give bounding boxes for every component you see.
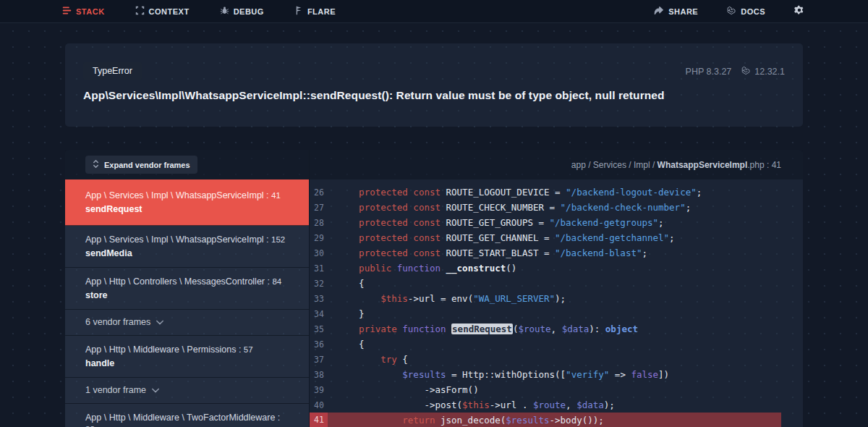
code-text: } xyxy=(328,308,365,319)
vendor-frames-toggle[interactable]: 6 vendor frames xyxy=(65,310,309,336)
line-number: 27 xyxy=(310,203,328,213)
line-number: 29 xyxy=(310,233,328,243)
code-text: protected const ROUTE_GET_CHANNEL = "/ba… xyxy=(328,232,675,243)
settings-button[interactable] xyxy=(794,5,804,18)
tab-label: FLARE xyxy=(307,7,336,16)
code-line: 27 protected const ROUTE_CHECK_NUMBER = … xyxy=(310,200,781,215)
frame-class-path: App \ Http \ Middleware \ Permissions : … xyxy=(85,344,289,355)
bug-icon xyxy=(220,6,229,17)
code-text: public function __construct() xyxy=(328,263,516,274)
error-message: App\Services\Impl\WhatsappServiceImpl::s… xyxy=(83,89,785,102)
tab-label: STACK xyxy=(76,7,105,16)
line-number: 40 xyxy=(310,400,328,410)
stack-frame[interactable]: App \ Http \ Middleware \ Permissions : … xyxy=(65,336,309,378)
frame-class-path: App \ Services \ Impl \ WhatsappServiceI… xyxy=(85,234,289,245)
unfold-icon xyxy=(93,160,99,169)
error-type-badge: TypeError xyxy=(83,62,142,80)
stack-trace-icon xyxy=(62,6,72,17)
code-line: 38 $results = Http::withOptions(["verify… xyxy=(310,367,781,382)
nav-left-group: STACK CONTEXT DEBUG FLARE xyxy=(62,6,336,17)
code-line: 39 ->asForm() xyxy=(310,382,781,397)
line-number: 35 xyxy=(310,324,328,334)
line-number: 28 xyxy=(310,218,328,228)
share-label: SHARE xyxy=(668,7,698,16)
code-line: 30 protected const ROUTE_START_BLAST = "… xyxy=(310,245,781,261)
line-number: 26 xyxy=(310,187,328,198)
tab-flare[interactable]: FLARE xyxy=(294,6,336,17)
context-brackets-icon xyxy=(135,6,145,17)
sidebar-header: Expand vendor frames xyxy=(65,150,309,179)
share-arrow-icon xyxy=(654,7,664,17)
expand-vendor-frames-button[interactable]: Expand vendor frames xyxy=(85,156,197,174)
flare-package-version: 12.32.1 xyxy=(741,66,785,77)
code-line: 26 protected const ROUTE_LOGOUT_DEVICE =… xyxy=(310,185,781,200)
code-line: 31 public function __construct() xyxy=(310,261,781,276)
code-line: 37 try { xyxy=(310,352,781,367)
line-number: 39 xyxy=(310,385,328,395)
php-version: PHP 8.3.27 xyxy=(686,67,732,77)
flare-flag-icon xyxy=(294,6,303,17)
code-line: 40 ->post($this->url . $route, $data); xyxy=(310,397,781,413)
code-text: $this->url = env("WA_URL_SERVER"); xyxy=(328,293,566,304)
code-text: return json_decode($results->body()); xyxy=(328,415,604,426)
file-name: WhatsappServiceImpl xyxy=(658,160,748,170)
docs-label: DOCS xyxy=(741,7,765,16)
frame-method-name: sendMedia xyxy=(85,248,289,259)
code-panel-header: app / Services / Impl / WhatsappServiceI… xyxy=(310,150,803,179)
open-file-path[interactable]: app / Services / Impl / WhatsappServiceI… xyxy=(571,160,781,170)
tab-label: CONTEXT xyxy=(149,7,190,16)
top-nav: STACK CONTEXT DEBUG FLARE SHARE DOCS xyxy=(0,0,868,23)
line-number: 31 xyxy=(310,263,328,274)
tab-label: DEBUG xyxy=(234,7,264,16)
frame-method-name: handle xyxy=(85,358,289,369)
code-text: ->asForm() xyxy=(328,384,479,395)
line-number: 34 xyxy=(310,309,328,319)
vendor-frames-toggle[interactable]: 1 vendor frame xyxy=(65,378,309,404)
line-number: 38 xyxy=(310,370,328,380)
line-number: 33 xyxy=(310,294,328,304)
code-text: protected const ROUTE_GET_GROUPS = "/bac… xyxy=(328,217,664,228)
frame-class-path: App \ Services \ Impl \ WhatsappServiceI… xyxy=(85,190,289,201)
docs-button[interactable]: DOCS xyxy=(727,6,765,17)
stack-frames-sidebar: Expand vendor frames App \ Services \ Im… xyxy=(65,150,310,427)
stack-trace-card: Expand vendor frames App \ Services \ Im… xyxy=(65,150,803,427)
frame-class-path: App \ Http \ Middleware \ TwoFactorMiddl… xyxy=(85,412,289,427)
tab-stack[interactable]: STACK xyxy=(62,6,105,17)
tab-debug[interactable]: DEBUG xyxy=(220,6,264,17)
expand-button-label: Expand vendor frames xyxy=(104,161,190,169)
error-summary-card: TypeError PHP 8.3.27 12.32.1 App\Service… xyxy=(65,43,803,127)
code-text: { xyxy=(328,278,365,289)
version-info: PHP 8.3.27 12.32.1 xyxy=(686,66,785,77)
code-text: protected const ROUTE_CHECK_NUMBER = "/b… xyxy=(328,202,691,213)
code-line: 32 { xyxy=(310,276,781,291)
stack-frame[interactable]: App \ Services \ Impl \ WhatsappServiceI… xyxy=(65,226,309,268)
file-path-suffix: .php : 41 xyxy=(747,160,781,170)
stack-frame-active[interactable]: App \ Services \ Impl \ WhatsappServiceI… xyxy=(65,179,309,226)
stack-frames-list: App \ Services \ Impl \ WhatsappServiceI… xyxy=(65,179,309,427)
file-path-prefix: app / Services / Impl / xyxy=(571,160,658,170)
code-line: 36 { xyxy=(310,337,781,352)
code-text: ->post($this->url . $route, $data); xyxy=(328,399,615,410)
code-line-highlighted: 41 return json_decode($results->body()); xyxy=(310,413,781,427)
frame-method-name: store xyxy=(85,290,289,301)
nav-right-group: SHARE DOCS xyxy=(654,5,804,18)
code-snippet: 26 protected const ROUTE_LOGOUT_DEVICE =… xyxy=(310,179,803,427)
code-text: private function sendRequest($route, $da… xyxy=(328,324,638,334)
code-panel: app / Services / Impl / WhatsappServiceI… xyxy=(310,150,803,427)
frame-method-name: sendRequest xyxy=(85,204,289,215)
vendor-frames-label: 1 vendor frame xyxy=(85,385,146,396)
code-text: protected const ROUTE_LOGOUT_DEVICE = "/… xyxy=(328,187,702,198)
stack-frame[interactable]: App \ Http \ Controllers \ MessagesContr… xyxy=(65,268,309,310)
code-line: 33 $this->url = env("WA_URL_SERVER"); xyxy=(310,291,781,306)
tab-context[interactable]: CONTEXT xyxy=(135,6,190,17)
code-line: 35 private function sendRequest($route, … xyxy=(310,321,781,337)
line-number: 36 xyxy=(310,339,328,350)
line-number: 30 xyxy=(310,248,328,258)
line-number: 41 xyxy=(310,413,328,427)
line-number: 32 xyxy=(310,279,328,289)
code-text: { xyxy=(328,339,365,350)
share-button[interactable]: SHARE xyxy=(654,7,698,17)
code-text: try { xyxy=(328,354,408,365)
code-line: 28 protected const ROUTE_GET_GROUPS = "/… xyxy=(310,215,781,230)
stack-frame[interactable]: App \ Http \ Middleware \ TwoFactorMiddl… xyxy=(65,404,309,427)
